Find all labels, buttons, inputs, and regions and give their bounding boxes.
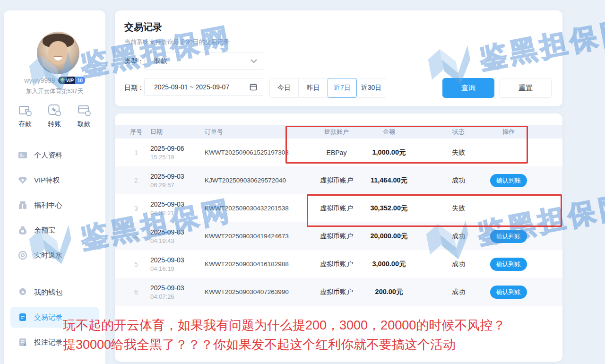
sidebar-item-yuebao[interactable]: 余额宝 [10,220,99,241]
page-title: 交易记录 [124,21,162,34]
confirm-received-button[interactable]: 确认到账 [490,286,527,299]
vip-gem-icon [60,78,65,83]
row-date: 2025-09-06 15:25:19 [150,139,203,166]
table-row: 2 2025-09-03 06:29:57 KJWT20250903062957… [115,166,562,194]
date-range-value: 2025-09-01 ~ 2025-09-07 [154,83,250,91]
row-number: 2 [128,166,145,194]
range-30days-button[interactable]: 近30日 [357,78,386,98]
row-date-value: 2025-09-03 [150,284,184,293]
col-header-action: 操作 [475,125,542,139]
row-date-value: 2025-09-03 [150,256,184,265]
nav-divider [11,274,98,274]
row-date-value: 2025-09-03 [150,200,184,209]
row-date: 2025-09-03 06:29:57 [150,166,203,194]
range-7days-button[interactable]: 近7日 [328,78,357,98]
row-date: 2025-09-03 04:19:43 [150,222,203,250]
vip-diamond-icon [18,175,27,185]
sidebar-item-transactions[interactable]: 交易记录 [10,307,99,328]
sidebar-item-profile[interactable]: 个人资料 [10,145,99,165]
bet-record-icon [18,338,27,347]
row-amount: 200.00元 [356,278,422,306]
row-time-value: 04:32:21 [150,209,174,217]
confirm-received-button[interactable]: 确认到账 [490,258,527,271]
quick-action-label: 存款 [18,120,32,129]
deposit-icon [18,103,32,117]
table-row: 3 2025-09-03 04:32:21 KWWT20250903043220… [115,194,562,222]
type-select[interactable]: 取款 [144,52,263,70]
row-time-value: 04:07:26 [150,293,174,301]
avatar[interactable] [37,32,79,74]
vip-badge: VIP 10 [58,77,85,84]
table-body: 1 2025-09-06 15:25:19 KWWT20250906152519… [115,139,562,306]
sidebar-item-label: 余额宝 [34,226,55,235]
row-date: 2025-09-03 04:07:26 [150,278,203,306]
row-amount: 1,000.00元 [356,139,422,166]
quick-action-label: 取款 [78,120,91,129]
row-action-cell [475,194,542,222]
sidebar-item-bets[interactable]: 投注记录 [10,332,99,353]
row-date-value: 2025-09-03 [150,228,184,237]
vip-level: 10 [75,77,85,84]
reset-button[interactable]: 重置 [500,78,552,98]
row-amount: 11,464.00元 [356,166,422,194]
type-select-value: 取款 [154,57,251,65]
type-label: 类型： [124,57,144,66]
row-action-cell: 确认到账 [475,250,542,278]
sidebar-item-wallet[interactable]: 我的钱包 [10,282,99,303]
range-yesterday-button[interactable]: 昨日 [299,78,328,98]
confirm-received-button[interactable]: 确认到账 [490,230,527,243]
nav-divider [11,361,98,361]
col-header-date: 日期 [150,125,203,139]
deposit-button[interactable]: 存款 [12,103,38,129]
sidebar-item-label: 实时返水 [34,251,62,260]
row-number: 5 [128,250,145,278]
sidebar-nav: 个人资料 VIP特权 福利中心 余额宝 实时返水 我的钱包 交易记录 [10,145,99,364]
transfer-button[interactable]: 转账 [41,103,68,129]
sidebar-item-rebate[interactable]: 实时返水 [10,245,99,266]
sidebar: wywy9999 VIP 10 加入开云体育第537天 存款 转账 [4,10,105,364]
filter-panel: 交易记录 当前系统支持查询最近30日的交易记录 类型： 取款 日期： 2025-… [115,10,562,106]
sidebar-item-label: VIP特权 [34,176,60,185]
withdraw-button[interactable]: 取款 [71,103,97,129]
sidebar-item-welfare[interactable]: 福利中心 [10,195,99,216]
range-today-button[interactable]: 今日 [269,78,299,98]
row-number: 1 [128,139,145,166]
id-card-icon [18,150,27,160]
row-date: 2025-09-03 04:16:19 [150,250,203,278]
rebate-icon [18,251,27,260]
transactions-table: 序号 日期 订单号 提款账户 金额 状态 操作 1 2025-09-06 15:… [115,113,562,362]
vip-label: VIP [65,78,75,83]
row-date: 2025-09-03 04:32:21 [150,194,203,222]
quick-action-label: 转账 [48,120,61,129]
date-label: 日期： [124,84,144,92]
query-button[interactable]: 查询 [442,78,494,98]
row-amount: 3,000.00元 [356,250,422,278]
row-action-cell: 确认到账 [475,166,542,194]
row-action-cell: 确认到账 [475,222,542,250]
table-row: 4 2025-09-03 04:19:43 KWWT20250903041942… [115,222,562,250]
date-range-input[interactable]: 2025-09-01 ~ 2025-09-07 [144,78,263,96]
withdraw-icon [77,103,91,117]
row-time-value: 06:29:57 [150,181,174,189]
row-number: 6 [128,278,145,306]
table-header-row: 序号 日期 订单号 提款账户 金额 状态 操作 [115,125,562,139]
table-row: 6 2025-09-03 04:07:26 KWWT20250903040726… [115,278,562,306]
table-row: 1 2025-09-06 15:25:19 KWWT20250906152519… [115,139,562,166]
transfer-icon [47,103,61,117]
transaction-icon [18,312,27,322]
sidebar-item-vip[interactable]: VIP特权 [10,170,99,191]
sidebar-item-label: 交易记录 [34,313,62,322]
sidebar-item-label: 个人资料 [34,151,62,160]
username: wywy9999 [24,77,55,84]
quick-range-group: 今日 昨日 近7日 近30日 [269,78,386,98]
money-pouch-icon [18,225,27,235]
confirm-received-button[interactable]: 确认到账 [490,174,527,187]
row-amount: 20,000.00元 [356,222,422,250]
row-date-value: 2025-09-06 [150,144,184,153]
chevron-down-icon [251,59,257,63]
row-action-cell: 确认到账 [475,278,542,306]
row-time-value: 04:19:43 [150,237,174,245]
page-subtitle: 当前系统支持查询最近30日的交易记录 [124,38,229,46]
row-time-value: 15:25:19 [150,153,174,161]
avatar-face [48,41,68,65]
